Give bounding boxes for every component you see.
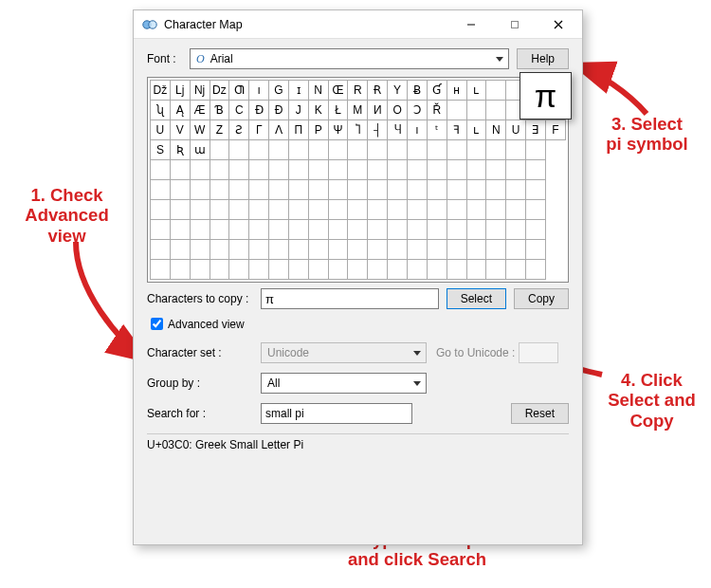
char-cell[interactable]: ı <box>249 81 269 101</box>
char-cell[interactable] <box>308 260 328 280</box>
char-cell[interactable] <box>269 240 289 260</box>
char-cell[interactable] <box>308 200 328 220</box>
char-cell[interactable] <box>151 180 171 200</box>
char-cell[interactable] <box>348 240 368 260</box>
char-cell[interactable] <box>466 140 486 160</box>
groupby-dropdown[interactable]: All <box>261 373 427 394</box>
char-cell[interactable]: Dz <box>210 81 229 101</box>
char-cell[interactable] <box>348 160 368 180</box>
char-cell[interactable] <box>506 140 526 160</box>
char-cell[interactable] <box>328 180 348 200</box>
char-cell[interactable]: Dž <box>151 81 171 101</box>
char-cell[interactable]: F <box>545 120 565 140</box>
search-input[interactable] <box>261 403 412 424</box>
char-cell[interactable] <box>466 220 486 240</box>
char-cell[interactable] <box>229 200 249 220</box>
char-cell[interactable] <box>151 200 171 220</box>
char-cell[interactable] <box>466 180 486 200</box>
char-cell[interactable] <box>466 101 486 120</box>
char-cell[interactable] <box>388 240 408 260</box>
char-cell[interactable] <box>151 160 171 180</box>
char-cell[interactable] <box>368 220 388 240</box>
char-cell[interactable] <box>249 180 269 200</box>
char-cell[interactable] <box>308 160 328 180</box>
char-cell[interactable] <box>210 180 229 200</box>
char-cell[interactable]: ᵗ <box>427 120 447 140</box>
char-cell[interactable]: O <box>388 101 408 120</box>
char-cell[interactable]: П <box>288 120 308 140</box>
char-cell[interactable] <box>506 180 526 200</box>
char-cell[interactable] <box>486 160 506 180</box>
char-cell[interactable] <box>269 180 289 200</box>
char-cell[interactable] <box>229 180 249 200</box>
char-cell[interactable] <box>447 240 466 260</box>
char-cell[interactable]: ı <box>407 120 427 140</box>
char-cell[interactable]: N <box>486 120 506 140</box>
char-cell[interactable] <box>407 180 427 200</box>
char-cell[interactable]: ɪ <box>288 81 308 101</box>
char-cell[interactable] <box>288 240 308 260</box>
char-cell[interactable]: S <box>151 140 171 160</box>
char-cell[interactable]: ʟ <box>466 81 486 101</box>
char-cell[interactable] <box>466 200 486 220</box>
char-cell[interactable]: Y <box>388 81 408 101</box>
minimize-button[interactable] <box>449 10 493 39</box>
char-cell[interactable] <box>288 140 308 160</box>
char-cell[interactable] <box>427 220 447 240</box>
char-cell[interactable] <box>427 260 447 280</box>
char-cell[interactable]: W <box>190 120 210 140</box>
char-cell[interactable] <box>170 200 190 220</box>
char-cell[interactable] <box>427 180 447 200</box>
char-cell[interactable] <box>348 180 368 200</box>
char-cell[interactable] <box>210 160 229 180</box>
char-cell[interactable] <box>190 200 210 220</box>
char-cell[interactable] <box>447 140 466 160</box>
char-cell[interactable]: ʯ <box>151 101 171 120</box>
char-cell[interactable] <box>368 180 388 200</box>
char-cell[interactable] <box>447 101 466 120</box>
char-cell[interactable]: Ɍ <box>368 81 388 101</box>
char-cell[interactable] <box>269 220 289 240</box>
char-cell[interactable]: Ɠ <box>427 81 447 101</box>
char-cell[interactable] <box>447 180 466 200</box>
char-cell[interactable]: K <box>308 101 328 120</box>
char-cell[interactable] <box>388 260 408 280</box>
char-cell[interactable]: ɯ <box>190 140 210 160</box>
char-cell[interactable]: C <box>229 101 249 120</box>
char-cell[interactable] <box>388 200 408 220</box>
char-cell[interactable] <box>288 260 308 280</box>
char-cell[interactable] <box>170 260 190 280</box>
char-cell[interactable]: Ɓ <box>210 101 229 120</box>
char-cell[interactable] <box>249 260 269 280</box>
char-cell[interactable] <box>229 240 249 260</box>
char-cell[interactable] <box>368 160 388 180</box>
char-cell[interactable] <box>368 200 388 220</box>
char-cell[interactable]: U <box>151 120 171 140</box>
char-cell[interactable] <box>407 240 427 260</box>
char-cell[interactable] <box>447 160 466 180</box>
char-cell[interactable] <box>506 240 526 260</box>
character-grid[interactable]: DžLjNjDzƢıGɪNŒRɌYɃƓнʟŦʯĄÆƁCƉÐJKŁMИOↃŘUVW… <box>150 80 566 280</box>
char-cell[interactable]: Ɖ <box>249 101 269 120</box>
titlebar[interactable]: Character Map <box>134 10 582 39</box>
char-cell[interactable] <box>368 140 388 160</box>
char-cell[interactable]: Ↄ <box>407 101 427 120</box>
char-cell[interactable]: G <box>269 81 289 101</box>
char-cell[interactable]: U <box>506 120 526 140</box>
char-cell[interactable] <box>348 220 368 240</box>
char-cell[interactable] <box>210 260 229 280</box>
char-cell[interactable]: M <box>348 101 368 120</box>
char-cell[interactable] <box>388 140 408 160</box>
char-cell[interactable] <box>151 220 171 240</box>
char-cell[interactable] <box>407 220 427 240</box>
char-cell[interactable]: Nj <box>190 81 210 101</box>
char-cell[interactable] <box>269 160 289 180</box>
char-cell[interactable] <box>190 220 210 240</box>
char-cell[interactable] <box>288 180 308 200</box>
char-cell[interactable]: Ą <box>170 101 190 120</box>
goto-unicode-input[interactable] <box>519 342 558 363</box>
char-cell[interactable] <box>506 220 526 240</box>
char-cell[interactable] <box>170 160 190 180</box>
char-cell[interactable] <box>486 180 506 200</box>
char-cell[interactable] <box>407 260 427 280</box>
